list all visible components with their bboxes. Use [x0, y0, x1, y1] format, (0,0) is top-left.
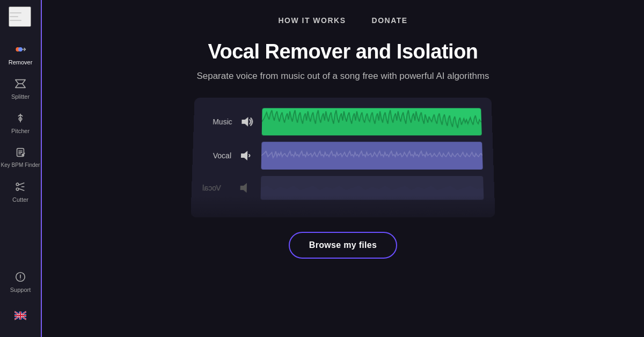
svg-marker-28: [241, 117, 248, 127]
main-content: HOW IT WORKS DONATE Vocal Remover and Is…: [42, 0, 644, 337]
vocal2-waveform-bar: [261, 176, 484, 200]
sidebar-item-pitcher-label: Pitcher: [11, 128, 30, 134]
support-icon: [12, 269, 29, 284]
sidebar-item-splitter-label: Splitter: [11, 93, 30, 100]
vocal-track-row: Vocal: [203, 142, 482, 170]
sidebar: Remover Splitter Pitcher: [0, 0, 42, 337]
svg-point-12: [16, 183, 19, 186]
hero-title: Vocal Remover and Isolation: [208, 40, 478, 63]
svg-marker-31: [240, 183, 247, 193]
svg-line-14: [18, 183, 24, 185]
svg-marker-30: [241, 151, 247, 160]
music-volume-icon: [238, 116, 255, 128]
svg-point-13: [16, 188, 19, 191]
hero-section: Vocal Remover and Isolation Separate voi…: [42, 35, 644, 259]
vocal2-track-label: Vocal: [202, 184, 231, 192]
pitcher-icon: [12, 111, 29, 126]
music-track-label: Music: [204, 118, 232, 126]
nav-donate[interactable]: DONATE: [372, 16, 408, 25]
music-waveform-bar: // generate bars: [262, 108, 482, 135]
hero-subtitle: Separate voice from music out of a song …: [196, 71, 489, 82]
vocal2-track-row: Vocal: [202, 176, 484, 200]
sidebar-item-key-bpm-finder[interactable]: Key BPM Finder: [0, 140, 41, 174]
waveform-visualization: Music: [191, 98, 495, 217]
sidebar-item-cutter-label: Cutter: [12, 196, 28, 203]
vocal-track-label: Vocal: [203, 151, 231, 160]
svg-point-10: [21, 153, 24, 156]
splitter-icon: [12, 76, 29, 91]
sidebar-item-remover[interactable]: Remover: [0, 36, 41, 71]
sidebar-item-support-label: Support: [10, 287, 31, 293]
browse-files-button[interactable]: Browse my files: [289, 232, 397, 259]
vocal-waveform-bar: [261, 142, 483, 170]
sidebar-item-splitter[interactable]: Splitter: [0, 71, 41, 105]
sidebar-item-remover-label: Remover: [9, 59, 33, 65]
sidebar-item-pitcher[interactable]: Pitcher: [0, 105, 41, 140]
nav-how-it-works[interactable]: HOW IT WORKS: [278, 16, 346, 25]
top-nav: HOW IT WORKS DONATE: [42, 0, 644, 35]
vocal-volume-icon: [238, 150, 255, 162]
music-track-row: Music: [204, 108, 482, 135]
key-bpm-icon: [12, 145, 29, 160]
vocal2-volume-icon: [237, 182, 254, 194]
menu-button[interactable]: [9, 6, 31, 27]
sidebar-item-language[interactable]: [10, 303, 31, 328]
remover-icon: [12, 42, 29, 57]
svg-line-15: [18, 188, 24, 191]
sidebar-item-cutter[interactable]: Cutter: [0, 174, 41, 208]
flag-icon: [12, 308, 29, 323]
svg-point-18: [20, 279, 20, 279]
cutter-icon: [12, 179, 29, 194]
sidebar-bottom: Support: [10, 264, 31, 328]
sidebar-item-support[interactable]: Support: [10, 264, 31, 298]
sidebar-item-key-bpm-label: Key BPM Finder: [1, 162, 40, 169]
